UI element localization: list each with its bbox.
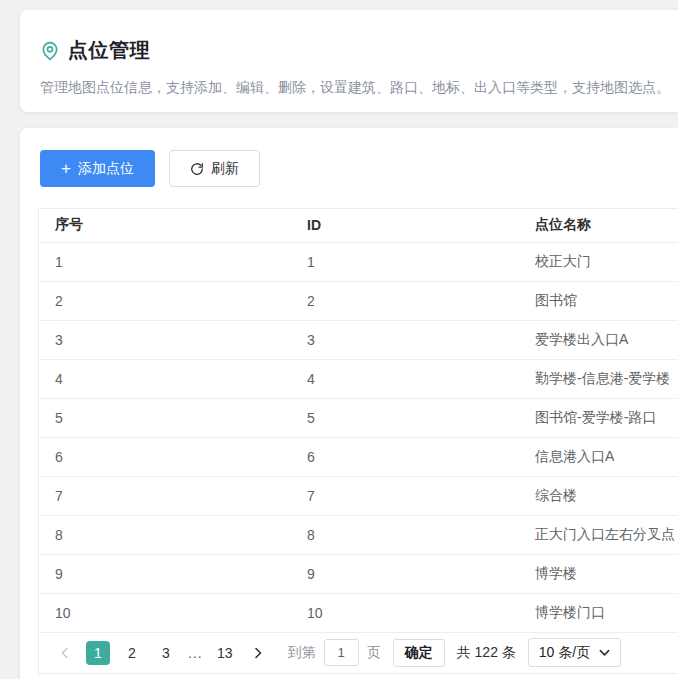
page-size-select[interactable]: 10 条/页 [528, 638, 621, 667]
cell-name: 爱学楼出入口A [519, 320, 678, 359]
cell-name: 校正大门 [519, 242, 678, 281]
pagination: 1 2 3 ... 13 到第 页 确定 共 122 条 10 条/页 [39, 633, 678, 673]
confirm-button[interactable]: 确定 [393, 639, 445, 667]
cell-id: 7 [291, 476, 519, 515]
cell-name: 综合楼 [519, 476, 678, 515]
cell-id: 1 [291, 242, 519, 281]
table-row: 1 1 校正大门 [39, 242, 678, 281]
column-header-id: ID [291, 209, 519, 242]
location-pin-icon [40, 41, 60, 61]
add-point-label: 添加点位 [78, 160, 134, 178]
cell-index: 6 [39, 437, 291, 476]
cell-id: 6 [291, 437, 519, 476]
pagination-prev-button[interactable] [53, 641, 77, 665]
chevron-left-icon [59, 647, 71, 659]
cell-index: 3 [39, 320, 291, 359]
pagination-page-1[interactable]: 1 [86, 641, 110, 665]
cell-name: 图书馆-爱学楼-路口 [519, 398, 678, 437]
cell-id: 2 [291, 281, 519, 320]
cell-name: 信息港入口A [519, 437, 678, 476]
page-jump-input[interactable] [324, 639, 359, 666]
cell-index: 7 [39, 476, 291, 515]
cell-name: 博学楼门口 [519, 593, 678, 632]
points-table-container: 序号 ID 点位名称 1 1 校正大门 2 2 图书馆 3 3 [38, 208, 678, 674]
cell-id: 3 [291, 320, 519, 359]
page-description: 管理地图点位信息，支持添加、编辑、删除，设置建筑、路口、地标、出入口等类型，支持… [40, 79, 678, 97]
jump-to-label: 到第 [288, 644, 316, 662]
cell-index: 10 [39, 593, 291, 632]
cell-id: 10 [291, 593, 519, 632]
cell-index: 5 [39, 398, 291, 437]
table-row: 7 7 综合楼 [39, 476, 678, 515]
page-header-card: 点位管理 管理地图点位信息，支持添加、编辑、删除，设置建筑、路口、地标、出入口等… [20, 10, 678, 112]
cell-index: 4 [39, 359, 291, 398]
column-header-index: 序号 [39, 209, 291, 242]
toolbar: + 添加点位 刷新 [40, 150, 678, 187]
table-row: 4 4 勤学楼-信息港-爱学楼 [39, 359, 678, 398]
cell-index: 9 [39, 554, 291, 593]
cell-name: 勤学楼-信息港-爱学楼 [519, 359, 678, 398]
table-row: 10 10 博学楼门口 [39, 593, 678, 632]
table-row: 5 5 图书馆-爱学楼-路口 [39, 398, 678, 437]
total-count-label: 共 122 条 [457, 644, 516, 662]
refresh-icon [190, 162, 204, 176]
cell-name: 博学楼 [519, 554, 678, 593]
chevron-right-icon [252, 647, 264, 659]
main-card: + 添加点位 刷新 序号 ID 点位名称 1 1 [20, 128, 678, 679]
cell-name: 正大门入口左右分叉点 [519, 515, 678, 554]
pagination-more-pages[interactable]: ... [188, 645, 203, 661]
table-header-row: 序号 ID 点位名称 [39, 209, 678, 242]
table-row: 6 6 信息港入口A [39, 437, 678, 476]
pagination-page-3[interactable]: 3 [154, 641, 178, 665]
cell-index: 1 [39, 242, 291, 281]
page-size-value: 10 条/页 [539, 644, 590, 662]
table-row: 2 2 图书馆 [39, 281, 678, 320]
cell-id: 9 [291, 554, 519, 593]
pagination-next-button[interactable] [246, 641, 270, 665]
pagination-page-13[interactable]: 13 [213, 641, 237, 665]
pagination-page-2[interactable]: 2 [120, 641, 144, 665]
column-header-name: 点位名称 [519, 209, 678, 242]
cell-name: 图书馆 [519, 281, 678, 320]
cell-index: 8 [39, 515, 291, 554]
plus-icon: + [61, 160, 71, 177]
table-row: 3 3 爱学楼出入口A [39, 320, 678, 359]
page-unit-label: 页 [367, 644, 381, 662]
cell-id: 5 [291, 398, 519, 437]
table-row: 8 8 正大门入口左右分叉点 [39, 515, 678, 554]
add-point-button[interactable]: + 添加点位 [40, 150, 155, 187]
cell-id: 4 [291, 359, 519, 398]
cell-id: 8 [291, 515, 519, 554]
chevron-down-icon [599, 647, 610, 658]
refresh-button[interactable]: 刷新 [169, 150, 260, 187]
refresh-label: 刷新 [211, 160, 239, 178]
points-table: 序号 ID 点位名称 1 1 校正大门 2 2 图书馆 3 3 [39, 209, 678, 633]
page-title: 点位管理 [68, 37, 150, 64]
table-row: 9 9 博学楼 [39, 554, 678, 593]
cell-index: 2 [39, 281, 291, 320]
page-header: 点位管理 [40, 37, 678, 64]
